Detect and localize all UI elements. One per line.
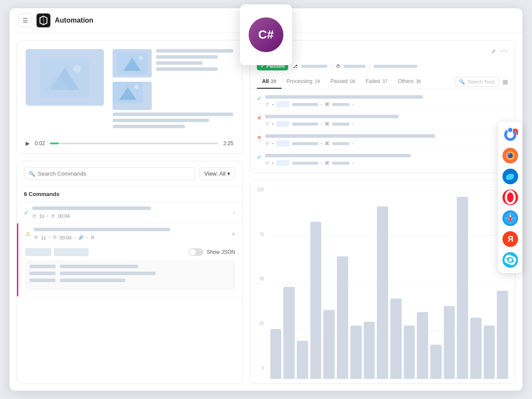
- browser-opera[interactable]: [502, 189, 519, 206]
- test-status-fail-3: ✕: [257, 134, 262, 141]
- show-json-label: Show JSON: [207, 249, 235, 255]
- browser-pill-3: [276, 140, 289, 146]
- test-row-meta-2: ⏱ • • ⌘ •: [265, 121, 508, 127]
- svg-point-19: [507, 153, 510, 155]
- browser-panel: Я: [498, 122, 522, 273]
- tag-mock-1: [25, 248, 51, 256]
- chevron-down-icon: ▾: [227, 170, 230, 177]
- tab-passed-count: 09: [350, 79, 355, 84]
- dot-r3-2: •: [321, 141, 323, 146]
- thumbnail-small-2[interactable]: [113, 82, 152, 110]
- filter-icon[interactable]: ▦: [502, 78, 508, 85]
- tab-processing-count: 24: [315, 79, 320, 84]
- tab-failed[interactable]: Failed 37: [361, 75, 393, 89]
- chart-card: 100 75 50 25 0: [249, 180, 515, 384]
- dot-2: •: [49, 235, 50, 240]
- text-line-5: [113, 113, 233, 116]
- time-current: 0:02: [35, 140, 45, 146]
- left-column: ▶ 0:02 2:25 🔍: [17, 40, 243, 384]
- table-cell-3: [30, 272, 56, 275]
- test-row-1: ✓ ⏱ • • ⌘: [250, 92, 515, 111]
- meta-line-r4: [292, 162, 318, 165]
- bar-15: [470, 318, 482, 379]
- svg-point-14: [508, 128, 512, 132]
- browser-chrome[interactable]: [502, 126, 519, 143]
- build-meta-items: ⎇ • ⏱ •: [293, 64, 417, 69]
- dot-r4-3: •: [352, 161, 354, 166]
- tag-icon: ⚙: [90, 235, 95, 240]
- table-row-mock-1: [30, 265, 231, 268]
- cmd-meta-1: ⏱ 1s • ⏱ 00:04: [32, 213, 230, 219]
- bar-7: [364, 322, 375, 379]
- dot-1: •: [47, 214, 49, 219]
- play-icon[interactable]: ▶: [26, 140, 30, 146]
- meta-line-r3b: [332, 142, 349, 145]
- search-commands-input[interactable]: [38, 170, 190, 177]
- bar-1: [283, 287, 295, 379]
- meta-line-r2b: [332, 123, 349, 126]
- mac-icon-4: ⌘: [325, 160, 329, 166]
- tab-all-count: 20: [271, 79, 276, 84]
- chart-bars-wrap: [270, 187, 508, 379]
- tag-mock-2: [54, 248, 89, 256]
- expand-icon-1[interactable]: ›: [233, 210, 235, 215]
- test-search[interactable]: 🔍 Search Tests: [455, 77, 499, 87]
- dot-r3-3: •: [352, 141, 354, 146]
- test-rows: ✓ ⏱ • • ⌘: [250, 89, 515, 173]
- warning-expanded-body: Show JSON: [18, 245, 242, 296]
- y-label-100: 100: [257, 187, 264, 192]
- test-tabs: All 20 Processing 24 Passed 09 Failed: [250, 75, 515, 89]
- browser-yandex[interactable]: Я: [502, 230, 519, 248]
- table-cell-2: [60, 265, 138, 268]
- clock-sm-1: ⏱: [265, 102, 269, 107]
- browser-ie[interactable]: [502, 251, 519, 269]
- tab-processing[interactable]: Processing 24: [282, 75, 326, 89]
- mac-icon-3: ⌘: [325, 141, 329, 146]
- tab-passed[interactable]: Passed 09: [325, 75, 360, 89]
- text-line-6: [113, 119, 209, 122]
- view-select[interactable]: View: All ▾: [200, 167, 235, 180]
- main-window: ☰ Automation: [10, 8, 522, 391]
- text-line-1: [156, 49, 233, 53]
- cmd-text-lines-1: ⏱ 1s • ⏱ 00:04: [32, 206, 230, 219]
- commands-card: 🔍 View: All ▾ 6 Commands ✓: [17, 161, 243, 384]
- csharp-modal: C#: [240, 4, 292, 65]
- search-commands-wrap[interactable]: 🔍: [24, 167, 195, 180]
- toggle-knob: [190, 249, 196, 255]
- svg-point-7: [139, 56, 143, 60]
- command-item-2-header: ⚠ ⏱ 1s • ⏱ 00:04 • 🔗: [18, 223, 242, 245]
- view-select-label: View: All: [204, 170, 226, 177]
- bar-5: [337, 256, 348, 379]
- app-logo: [37, 13, 50, 27]
- video-side-bottom: [113, 82, 233, 128]
- tab-all[interactable]: All 20: [257, 75, 282, 89]
- tab-failed-count: 37: [382, 79, 387, 84]
- progress-bar[interactable]: [50, 143, 218, 144]
- meta-line-r1: [292, 103, 318, 106]
- more-icon[interactable]: ···: [500, 47, 508, 56]
- dot-r1-2: •: [321, 102, 323, 107]
- duration-icon-1: ⏱: [51, 214, 55, 219]
- progress-fill: [50, 143, 58, 144]
- tab-others[interactable]: Others 36: [392, 75, 426, 89]
- video-side-top: [113, 49, 233, 77]
- table-cell-5: [30, 279, 56, 282]
- share-icon[interactable]: ⇗: [491, 48, 496, 55]
- table-cell-1: [30, 265, 56, 268]
- command-item-1: ✓ ⏱ 1s • ⏱ 00:04: [17, 202, 242, 223]
- warning-icon-2: ⚠: [25, 231, 30, 237]
- build-actions: ⇗ ···: [491, 47, 508, 56]
- expand-icon-2[interactable]: ∨: [232, 231, 235, 237]
- browser-safari[interactable]: [502, 209, 519, 227]
- browser-pill-1: [276, 101, 289, 107]
- show-json-toggle[interactable]: [189, 248, 203, 256]
- test-row-title-2: [265, 115, 399, 118]
- y-label-25: 25: [259, 321, 264, 326]
- dot-r2: •: [272, 121, 274, 126]
- menu-button[interactable]: ☰: [18, 13, 32, 27]
- dot-r1-3: •: [352, 102, 354, 107]
- browser-edge[interactable]: [502, 168, 519, 185]
- test-row-2: ✕ ⏱ • • ⌘: [250, 111, 515, 131]
- test-row-3: ✕ ⏱ • • ⌘: [250, 131, 515, 150]
- browser-firefox[interactable]: [502, 147, 519, 164]
